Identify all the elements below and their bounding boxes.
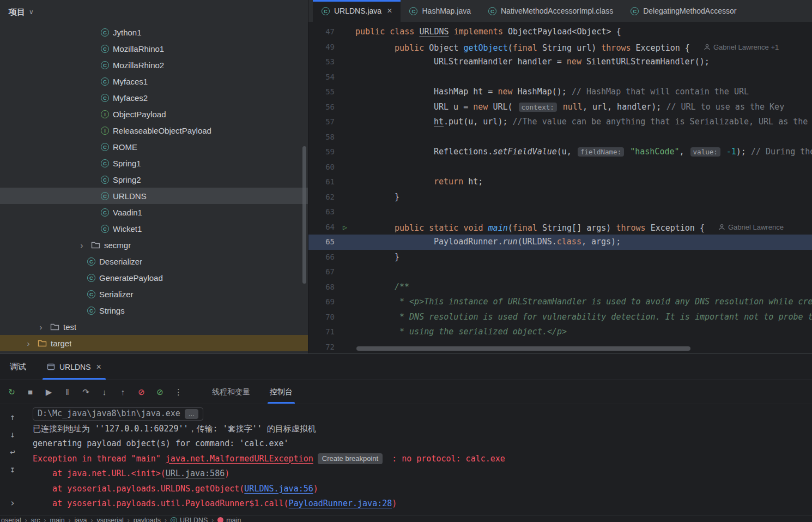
rerun-icon[interactable]: ↻: [7, 387, 17, 397]
code-line-66[interactable]: 66}: [308, 250, 812, 265]
tree-item-myfaces1[interactable]: CMyfaces1: [0, 73, 308, 89]
code-line-68[interactable]: 68/**: [308, 280, 812, 295]
tree-item-urldns[interactable]: CURLDNS: [0, 188, 308, 204]
code-line-57[interactable]: 57ht.put(u, url); //The value can be any…: [308, 115, 812, 130]
code-line-47[interactable]: 47public class URLDNS implements ObjectP…: [308, 25, 812, 40]
close-icon[interactable]: ×: [96, 362, 101, 372]
close-icon[interactable]: ×: [387, 6, 392, 16]
editor-tab-nativemethodaccessorimpl.class[interactable]: CNativeMethodAccessorImpl.class: [480, 0, 622, 22]
code-line-55[interactable]: 55HashMap ht = new HashMap(); // HashMap…: [308, 85, 812, 100]
command-line-box[interactable]: D:\Mc_java\java8\bin\java.exe...: [33, 407, 203, 421]
tree-item-jython1[interactable]: CJython1: [0, 24, 308, 40]
breadcrumb-item-ysoserial[interactable]: ysoserial: [97, 517, 124, 522]
code-editor[interactable]: 47public class URLDNS implements ObjectP…: [308, 22, 812, 353]
code-line-54[interactable]: 54: [308, 70, 812, 85]
tree-item-objectpayload[interactable]: IObjectPayload: [0, 106, 308, 122]
create-breakpoint-button[interactable]: Create breakpoint: [318, 453, 383, 464]
breadcrumb-item-oserial[interactable]: oserial: [1, 517, 21, 522]
code-line-64[interactable]: 64▷public static void main(final String[…: [308, 220, 812, 235]
ellipsis-badge[interactable]: ...: [185, 409, 198, 419]
code-line-59[interactable]: 59Reflections.setFieldValue(u, fieldName…: [308, 145, 812, 160]
soft-wrap-icon[interactable]: ↩: [10, 447, 15, 457]
console-output[interactable]: D:\Mc_java\java8\bin\java.exe...已连接到地址为 …: [25, 404, 812, 515]
stacktrace-link[interactable]: URL.java:586: [166, 469, 225, 478]
tree-item-vaadin1[interactable]: CVaadin1: [0, 204, 308, 220]
stop-icon[interactable]: ■: [25, 387, 35, 397]
jump-to-bottom-icon[interactable]: ↓: [10, 429, 15, 440]
stacktrace-link[interactable]: URLDNS.java:56: [244, 484, 313, 494]
tree-item-serializer[interactable]: CSerializer: [0, 286, 308, 302]
tree-item-generatepayload[interactable]: CGeneratePayload: [0, 269, 308, 286]
jump-to-top-icon[interactable]: ↑: [10, 412, 15, 422]
debug-session-tab[interactable]: URLDNS ×: [39, 354, 109, 380]
tree-item-spring1[interactable]: CSpring1: [0, 155, 308, 171]
breadcrumb-item-main[interactable]: main: [217, 517, 241, 522]
tree-item-strings[interactable]: CStrings: [0, 302, 308, 319]
code-line-63[interactable]: 63: [308, 205, 812, 220]
code-line-61[interactable]: 61return ht;: [308, 175, 812, 190]
more-icon[interactable]: ⋮: [173, 387, 184, 397]
code-token: [558, 102, 563, 112]
breadcrumb-item-urldns[interactable]: CURLDNS: [171, 517, 208, 522]
breadcrumb-label: src: [31, 517, 40, 522]
inlay-hint[interactable]: value:: [690, 147, 720, 157]
tree-scrollbar[interactable]: [302, 146, 306, 284]
tree-item-target[interactable]: ›target: [0, 335, 308, 351]
code-line-71[interactable]: 71 * using the serialized object.</p>: [308, 325, 812, 340]
chevron-right-icon[interactable]: ›: [23, 339, 34, 348]
editor-tab-urldns.java[interactable]: CURLDNS.java×: [313, 0, 401, 22]
chevron-right-icon[interactable]: ›: [35, 322, 46, 332]
view-tab-console[interactable]: 控制台: [268, 380, 295, 404]
code-token: * DNS resolution is used for vulnerabili…: [395, 312, 812, 322]
breadcrumb-item-java[interactable]: java: [75, 517, 87, 522]
step-out-icon[interactable]: ↑: [118, 387, 128, 397]
stacktrace-link[interactable]: PayloadRunner.java:28: [289, 499, 392, 508]
code-line-60[interactable]: 60: [308, 160, 812, 175]
chevron-right-icon[interactable]: ›: [76, 241, 87, 250]
code-line-69[interactable]: 69 * <p>This instance of URLStreamHandle…: [308, 295, 812, 310]
view-tab-threads-variables[interactable]: 线程和变量: [210, 380, 252, 404]
editor-tab-hashmap.java[interactable]: CHashMap.java: [401, 0, 480, 22]
tree-item-test[interactable]: ›test: [0, 319, 308, 335]
inlay-hint[interactable]: context:: [519, 103, 557, 112]
code-line-62[interactable]: 62}: [308, 190, 812, 205]
chevron-down-icon[interactable]: ∨: [29, 8, 34, 16]
code-line-67[interactable]: 67: [308, 265, 812, 280]
run-gutter-icon[interactable]: ▷: [335, 220, 355, 235]
code-author-annotation[interactable]: Gabriel Lawrence: [718, 220, 784, 235]
tree-item-deserializer[interactable]: CDeserializer: [0, 253, 308, 269]
editor-tab-delegatingmethodaccessor[interactable]: CDelegatingMethodAccessor: [622, 0, 745, 22]
class-icon: C: [101, 208, 109, 217]
code-line-70[interactable]: 70 * DNS resolution is used for vulnerab…: [308, 310, 812, 325]
editor-horizontal-scrollbar[interactable]: [356, 346, 690, 351]
tree-item-mozillarhino1[interactable]: CMozillaRhino1: [0, 40, 308, 57]
resume-icon[interactable]: ▶: [44, 387, 54, 397]
scroll-to-end-icon[interactable]: ↧: [10, 464, 15, 475]
step-over-icon[interactable]: ↷: [81, 387, 91, 397]
step-into-icon[interactable]: ↓: [99, 387, 110, 397]
breadcrumb-item-main[interactable]: main: [50, 517, 65, 522]
code-line-56[interactable]: 56URL u = new URL( context: null, url, h…: [308, 100, 812, 115]
code-line-49[interactable]: 49public Object getObject(final String u…: [308, 40, 812, 55]
expand-icon[interactable]: ›: [10, 497, 16, 508]
tree-item-secmgr[interactable]: ›secmgr: [0, 237, 308, 253]
project-tool-header[interactable]: 项目 ∨: [0, 0, 308, 24]
gutter-space: [335, 145, 355, 160]
inlay-hint[interactable]: fieldName:: [578, 147, 624, 157]
pause-icon[interactable]: ‖: [62, 387, 72, 397]
tree-item-mozillarhino2[interactable]: CMozillaRhino2: [0, 57, 308, 73]
code-author-annotation[interactable]: Gabriel Lawrence +1: [704, 40, 779, 55]
tree-item-wicket1[interactable]: CWicket1: [0, 220, 308, 237]
mute-breakpoints-icon[interactable]: ⊘: [136, 387, 147, 397]
code-line-53[interactable]: 53URLStreamHandler handler = new SilentU…: [308, 55, 812, 70]
tree-item-myfaces2[interactable]: CMyfaces2: [0, 89, 308, 106]
code-text: }: [355, 250, 399, 265]
view-breakpoints-icon[interactable]: ⊘: [155, 387, 165, 397]
breadcrumb-item-src[interactable]: src: [31, 517, 40, 522]
code-line-65[interactable]: 65PayloadRunner.run(URLDNS.class, args);: [308, 235, 812, 250]
tree-item-releaseableobjectpayload[interactable]: IReleaseableObjectPayload: [0, 122, 308, 139]
code-line-58[interactable]: 58: [308, 130, 812, 145]
tree-item-rome[interactable]: CROME: [0, 139, 308, 155]
breadcrumb-item-payloads[interactable]: payloads: [134, 517, 161, 522]
tree-item-spring2[interactable]: CSpring2: [0, 171, 308, 188]
